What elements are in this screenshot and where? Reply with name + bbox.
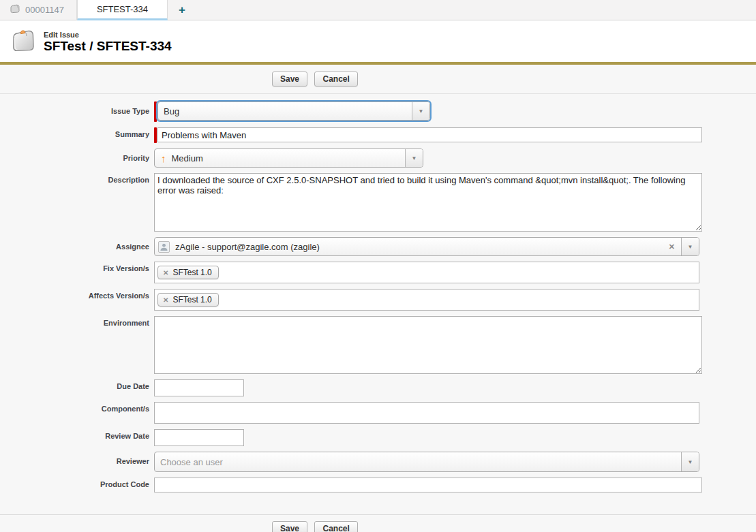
chevron-down-icon: ▼	[419, 108, 424, 114]
description-textarea[interactable]: I downloaded the source of CXF 2.5.0-SNA…	[154, 173, 702, 232]
reviewer-placeholder: Choose an user	[155, 457, 681, 467]
form-row-review-date: Review Date	[0, 429, 756, 446]
priority-label: Priority	[0, 148, 154, 162]
assignee-dropdown-button[interactable]: ▼	[681, 238, 699, 255]
issue-icon	[10, 29, 37, 55]
form-row-description: Description I downloaded the source of C…	[0, 173, 756, 232]
fix-versions-label: Fix Version/s	[0, 262, 154, 272]
fix-versions-field[interactable]: ✕ SFTest 1.0	[154, 262, 699, 283]
required-indicator	[154, 101, 157, 122]
form-row-components: Component/s	[0, 402, 756, 424]
page-header-text: Edit Issue SFTest / SFTEST-334	[44, 31, 172, 54]
browser-record-tabbar: 00001147 SFTEST-334 +	[0, 0, 756, 20]
components-label: Component/s	[0, 402, 154, 413]
priority-combobox[interactable]: ↑ Medium ▼	[154, 148, 423, 168]
priority-value: Medium	[166, 153, 406, 163]
reviewer-combobox[interactable]: Choose an user ▼	[154, 452, 699, 472]
form-row-due-date: Due Date	[0, 379, 756, 396]
add-tab-button[interactable]: +	[168, 0, 196, 20]
due-date-label: Due Date	[0, 379, 154, 390]
product-code-label: Product Code	[0, 478, 154, 488]
required-indicator	[154, 127, 157, 143]
assignee-value: zAgile - support@zagile.com (zagile)	[170, 242, 663, 252]
toolbar-bottom: Save Cancel	[0, 514, 756, 532]
version-tag-label: SFTest 1.0	[172, 268, 211, 277]
issue-type-dropdown-button[interactable]: ▼	[412, 102, 429, 120]
tab-label: 00001147	[25, 5, 64, 15]
form-row-issue-type: Issue Type Bug ▼	[0, 101, 756, 122]
avatar	[158, 241, 170, 253]
case-icon	[10, 4, 20, 16]
issue-type-value: Bug	[158, 106, 412, 116]
product-code-input[interactable]	[154, 478, 702, 492]
clear-icon[interactable]: ✕	[663, 242, 681, 251]
due-date-input[interactable]	[154, 379, 244, 396]
summary-input[interactable]	[157, 127, 702, 142]
form-row-priority: Priority ↑ Medium ▼	[0, 148, 756, 168]
cancel-button[interactable]: Cancel	[314, 72, 357, 87]
remove-tag-icon[interactable]: ✕	[163, 269, 168, 277]
components-input[interactable]	[154, 402, 699, 424]
environment-textarea[interactable]	[154, 316, 702, 374]
form-row-environment: Environment	[0, 316, 756, 374]
affects-versions-label: Affects Version/s	[0, 289, 154, 300]
version-tag[interactable]: ✕ SFTest 1.0	[157, 293, 219, 307]
assignee-combobox[interactable]: zAgile - support@zagile.com (zagile) ✕ ▼	[154, 237, 699, 256]
form-row-assignee: Assignee zAgile - support@zagile.com (za…	[0, 237, 756, 256]
page-eyebrow: Edit Issue	[44, 31, 172, 39]
tab-sftest-334[interactable]: SFTEST-334	[77, 0, 168, 20]
review-date-input[interactable]	[154, 429, 244, 446]
form-row-summary: Summary	[0, 127, 756, 143]
save-button[interactable]: Save	[272, 521, 307, 532]
chevron-down-icon: ▼	[688, 244, 693, 250]
environment-label: Environment	[0, 316, 154, 327]
reviewer-dropdown-button[interactable]: ▼	[681, 452, 699, 471]
review-date-label: Review Date	[0, 429, 154, 440]
assignee-label: Assignee	[0, 237, 154, 251]
plus-icon: +	[179, 3, 185, 17]
description-label: Description	[0, 173, 154, 184]
page-header: Edit Issue SFTest / SFTEST-334	[0, 20, 756, 62]
summary-label: Summary	[0, 127, 154, 138]
page-title: SFTest / SFTEST-334	[44, 39, 172, 54]
chevron-down-icon: ▼	[688, 459, 693, 465]
issue-type-label: Issue Type	[0, 101, 154, 115]
affects-versions-field[interactable]: ✕ SFTest 1.0	[154, 289, 699, 311]
priority-dropdown-button[interactable]: ▼	[405, 149, 423, 167]
form-row-fix-versions: Fix Version/s ✕ SFTest 1.0	[0, 262, 756, 283]
toolbar-top: Save Cancel	[0, 65, 756, 94]
tab-record-00001147[interactable]: 00001147	[0, 0, 77, 20]
tab-label: SFTEST-334	[97, 4, 148, 14]
chevron-down-icon: ▼	[412, 155, 417, 161]
form-row-affects-versions: Affects Version/s ✕ SFTest 1.0	[0, 289, 756, 311]
priority-medium-icon: ↑	[155, 153, 166, 163]
edit-issue-panel: Save Cancel Issue Type Bug ▼ Summary	[0, 62, 756, 532]
edit-issue-form: Issue Type Bug ▼ Summary Priority ↑	[0, 94, 756, 514]
issue-type-combobox[interactable]: Bug ▼	[157, 101, 430, 121]
save-button[interactable]: Save	[272, 72, 307, 87]
form-row-reviewer: Reviewer Choose an user ▼	[0, 452, 756, 472]
reviewer-label: Reviewer	[0, 452, 154, 465]
cancel-button[interactable]: Cancel	[314, 521, 357, 532]
remove-tag-icon[interactable]: ✕	[163, 296, 168, 304]
form-row-product-code: Product Code	[0, 478, 756, 492]
version-tag-label: SFTest 1.0	[172, 295, 211, 304]
version-tag[interactable]: ✕ SFTest 1.0	[157, 266, 219, 279]
